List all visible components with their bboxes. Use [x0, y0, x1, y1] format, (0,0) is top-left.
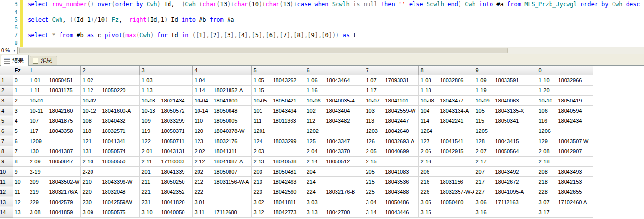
grid-cell[interactable]: 22518043488 — [364, 187, 418, 197]
grid-cell[interactable]: 23018042559/W — [80, 197, 139, 207]
grid-cell[interactable]: 21218031156-W-A — [192, 176, 251, 187]
grid-cell[interactable]: 10-1218041600-A — [80, 105, 139, 116]
cell-fz[interactable]: 3 — [13, 105, 28, 116]
grid-cell[interactable]: 2-0518040699 — [364, 146, 418, 156]
row-header-2[interactable]: 2 — [0, 85, 13, 95]
grid-cell[interactable]: 1-03 — [139, 75, 192, 85]
row-header-9[interactable]: 9 — [0, 156, 13, 166]
grid-cell[interactable]: 10-0718041101 — [364, 95, 418, 105]
cell-fz[interactable]: 8 — [13, 156, 28, 166]
grid-cell[interactable]: 21918032176/A — [28, 187, 80, 197]
grid-cell[interactable]: 11418042241 — [418, 116, 474, 126]
column-header-3[interactable]: 3 — [139, 66, 192, 75]
grid-cell[interactable]: 1-16 — [305, 85, 364, 95]
column-header-5[interactable]: 5 — [251, 66, 305, 75]
grid-cell[interactable]: 10-0818043477 — [418, 95, 474, 105]
grid-cell[interactable]: 1201 — [251, 126, 305, 136]
row-header-3[interactable]: 3 — [0, 95, 13, 105]
grid-cell[interactable]: 2-03 — [251, 146, 305, 156]
grid-cell[interactable]: 11118011363 — [251, 116, 305, 126]
grid-cell[interactable]: 21518043536 — [364, 176, 418, 187]
grid-cell[interactable]: 20218050807 — [192, 166, 251, 176]
grid-cell[interactable]: 1-17 — [364, 85, 418, 95]
grid-cell[interactable]: 10-0418041800 — [192, 95, 251, 105]
grid-cell[interactable]: 1209 — [28, 136, 80, 146]
grid-cell[interactable]: 12718041541 — [418, 136, 474, 146]
grid-cell[interactable]: 1204 — [418, 126, 474, 136]
grid-cell[interactable]: 2-19 — [28, 166, 80, 176]
grid-cell[interactable]: 23118041820 — [139, 197, 192, 207]
column-header-9[interactable]: 9 — [474, 66, 537, 75]
grid-cell[interactable]: 10-1018050419 — [537, 95, 593, 105]
code-line-3[interactable]: select row_number() over(order by Cwh) I… — [28, 0, 644, 8]
grid-cell[interactable]: 2-17 — [474, 156, 537, 166]
grid-cell[interactable]: 2-1218041087-A — [192, 156, 251, 166]
column-header-Fz[interactable]: Fz — [13, 66, 28, 75]
grid-cell[interactable]: 1-20 — [537, 85, 593, 95]
grid-cell[interactable]: 11718043358 — [28, 126, 80, 136]
cell-fz[interactable]: 6 — [13, 136, 28, 146]
grid-cell[interactable]: 2-20 — [80, 166, 139, 176]
grid-cell[interactable]: 10118043494 — [251, 105, 305, 116]
horizontal-scrollbar[interactable] — [18, 47, 644, 54]
grid-cell[interactable]: 22618032357-W-A — [418, 187, 474, 197]
grid-cell[interactable]: 10718041875 — [28, 116, 80, 126]
grid-cell[interactable]: 3-0717102460-A — [537, 197, 593, 207]
grid-cell[interactable]: 2-1418050512 — [305, 156, 364, 166]
results-grid[interactable]: Fz1234567890101-01180504511-021-031-041-… — [0, 66, 644, 219]
column-header-2[interactable]: 2 — [80, 66, 139, 75]
grid-cell[interactable]: 3-16 — [474, 207, 537, 217]
cell-fz[interactable]: 12 — [13, 197, 28, 207]
grid-cell[interactable]: 11618042434 — [537, 116, 593, 126]
tab-results[interactable]: 结果 — [1, 55, 29, 66]
grid-cell[interactable]: 1-1418021852-A — [192, 85, 251, 95]
grid-cell[interactable]: 11218043482 — [305, 116, 364, 126]
grid-cell[interactable]: 11918050371 — [139, 126, 192, 136]
grid-cell[interactable]: 1-13 — [139, 85, 192, 95]
grid-cell[interactable]: 3-0218041811 — [251, 197, 305, 207]
grid-cell[interactable]: 3-03 — [305, 197, 364, 207]
grid-cell[interactable]: 12618032693-A — [364, 136, 418, 146]
grid-cell[interactable]: 22018032048 — [80, 187, 139, 197]
grid-cell[interactable]: 3-1218042773 — [251, 207, 305, 217]
grid-cell[interactable]: 3-1318042700 — [305, 207, 364, 217]
grid-cell[interactable]: 3-1117112680 — [192, 207, 251, 217]
code-line-6[interactable] — [28, 24, 644, 31]
grid-cell[interactable]: 13118050574 — [80, 146, 139, 156]
row-header-1[interactable]: 1 — [0, 75, 13, 85]
grid-cell[interactable]: 2-0918050847 — [28, 156, 80, 166]
code-line-5[interactable]: select Cwh, ((Id-1)/10) Fz, right(Id,1) … — [28, 16, 644, 24]
grid-cell[interactable]: 2-0718050564 — [474, 146, 537, 156]
grid-cell[interactable]: 10-1418050648 — [192, 105, 251, 116]
code-line-4[interactable] — [28, 8, 644, 16]
zoom-level-dropdown[interactable]: 0 % — [0, 47, 18, 54]
grid-cell[interactable]: 20518041083 — [364, 166, 418, 176]
grid-cell[interactable]: 3-0818041859 — [28, 207, 80, 217]
grid-cell[interactable]: 3-01 — [192, 197, 251, 207]
column-header-1[interactable]: 1 — [28, 66, 80, 75]
row-header-11[interactable]: 11 — [0, 176, 13, 187]
grid-cell[interactable]: 10-02 — [80, 95, 139, 105]
grid-cell[interactable]: 2-1318040538 — [251, 156, 305, 166]
grid-cell[interactable]: 206 — [418, 166, 474, 176]
grid-cell[interactable]: 10218043404 — [305, 105, 364, 116]
row-header-7[interactable]: 7 — [0, 136, 13, 146]
grid-cell[interactable]: 22718041095-A — [474, 187, 537, 197]
grid-cell[interactable]: 12218050711 — [139, 136, 192, 146]
grid-cell[interactable]: 2-1018050550 — [80, 156, 139, 166]
grid-cell[interactable]: 1-0518043262 — [251, 75, 305, 85]
sql-editor[interactable]: 345678 select row_number() over(order by… — [0, 0, 644, 47]
grid-cell[interactable]: 1-18 — [418, 85, 474, 95]
grid-cell[interactable]: 20118041339 — [139, 166, 192, 176]
grid-cell[interactable]: 21618031156 — [418, 176, 474, 187]
cell-fz[interactable]: 4 — [13, 116, 28, 126]
grid-cell[interactable]: 12518043347 — [305, 136, 364, 146]
grid-cell[interactable]: 10-0318021434 — [139, 95, 192, 105]
grid-cell[interactable]: 2-0818042907 — [537, 146, 593, 156]
results-table[interactable]: Fz1234567890101-01180504511-021-031-041-… — [0, 66, 593, 218]
column-header-0[interactable]: 0 — [537, 66, 593, 75]
grid-cell[interactable]: 10-0618040035-A — [305, 95, 364, 105]
grid-cell[interactable]: 3-0418050486 — [364, 197, 418, 207]
grid-cell[interactable]: 1206 — [537, 126, 593, 136]
grid-cell[interactable]: 2-0618042915 — [418, 146, 474, 156]
